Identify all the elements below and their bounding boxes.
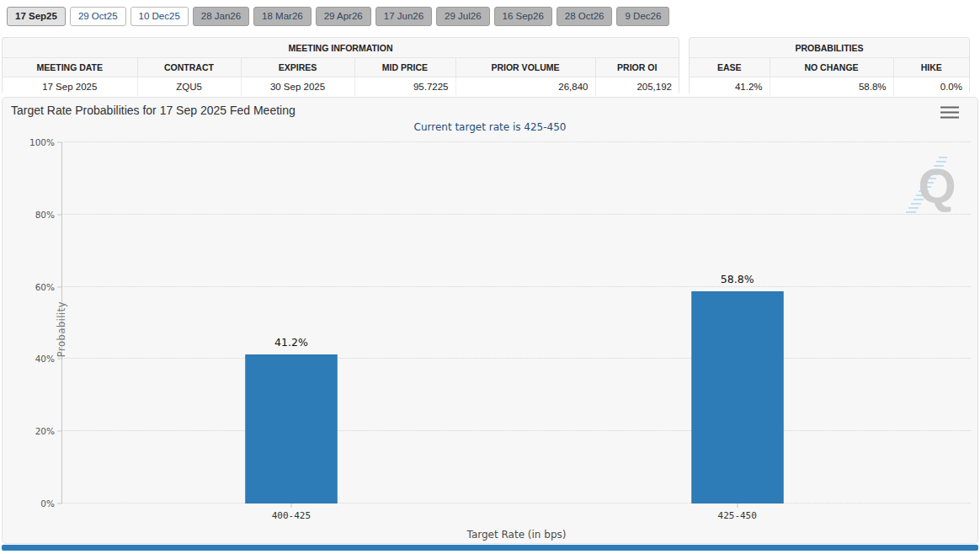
bar-value-label: 41.2% [245, 336, 337, 349]
y-tick-60: 60% [35, 282, 55, 292]
x-tick-400-425: 400-425 [272, 510, 311, 521]
bar-column-400-425: 41.2% [245, 142, 337, 503]
bar-value-label: 58.8% [691, 273, 783, 285]
col-contract: CONTRACT [137, 58, 241, 77]
tab-meeting-date-6[interactable]: 17 Jun26 [375, 7, 432, 26]
col-meeting-date: MEETING DATE [3, 58, 137, 77]
bar-425-450[interactable] [691, 291, 783, 503]
meeting-information-data-row: 17 Sep 2025 ZQU5 30 Sep 2025 95.7225 26,… [3, 77, 679, 97]
bar-column-425-450: 58.8% [691, 142, 783, 503]
ease-value: 41.2% [690, 77, 770, 97]
hamburger-menu-icon[interactable] [940, 105, 959, 120]
probabilities-panel: PROBABILITIES EASE NO CHANGE HIKE 41.2% … [689, 37, 970, 94]
col-ease: EASE [690, 58, 770, 77]
tab-meeting-date-10[interactable]: 9 Dec26 [616, 7, 669, 26]
col-prior-volume: PRIOR VOLUME [455, 58, 595, 77]
meeting-date-tabs: 17 Sep25 29 Oct25 10 Dec25 28 Jan26 18 M… [7, 7, 669, 26]
col-prior-oi: PRIOR OI [595, 58, 679, 77]
contract-value: ZQU5 [137, 77, 241, 97]
y-tickmark [57, 503, 61, 504]
col-hike: HIKE [893, 58, 969, 77]
y-tick-0: 0% [40, 498, 55, 509]
gridline-80 [62, 214, 971, 215]
x-axis-label: Target Rate (in bps) [62, 529, 971, 541]
y-tickmark [57, 286, 61, 287]
y-tick-100: 100% [29, 137, 55, 147]
meeting-information-title: MEETING INFORMATION [3, 38, 679, 58]
plot-area: Probability 0% 20% 40% 60% 80% 100% [61, 142, 971, 503]
x-tickmark [290, 503, 291, 508]
gridline-40 [62, 358, 971, 359]
no-change-value: 58.8% [770, 77, 893, 97]
svg-text:Q: Q [918, 158, 956, 213]
x-tick-425-450: 425-450 [718, 510, 757, 521]
meeting-date-value: 17 Sep 2025 [3, 77, 137, 97]
gridline-100 [62, 141, 971, 142]
tab-meeting-date-7[interactable]: 29 Jul26 [436, 7, 489, 26]
chart-subtitle: Current target rate is 425-450 [3, 121, 977, 133]
tab-meeting-date-5[interactable]: 29 Apr26 [316, 7, 371, 26]
y-tickmark [57, 359, 61, 360]
fedwatch-page: 17 Sep25 29 Oct25 10 Dec25 28 Jan26 18 M… [0, 0, 980, 554]
bar-400-425[interactable] [245, 354, 337, 503]
y-tickmark [57, 142, 61, 143]
tab-meeting-date-0[interactable]: 17 Sep25 [7, 7, 66, 26]
probabilities-data-row: 41.2% 58.8% 0.0% [690, 77, 969, 97]
x-tickmark [737, 503, 738, 508]
tab-meeting-date-3[interactable]: 28 Jan26 [193, 7, 249, 26]
y-tick-20: 20% [35, 426, 55, 436]
meeting-information-header-row: MEETING DATE CONTRACT EXPIRES MID PRICE … [3, 58, 679, 77]
y-axis-label: Probability [56, 283, 67, 376]
col-no-change: NO CHANGE [770, 58, 893, 77]
gridline-0 [62, 503, 971, 503]
prior-oi-value: 205,192 [595, 77, 679, 97]
footer-accent-bar [2, 545, 978, 551]
col-expires: EXPIRES [241, 58, 354, 77]
gridline-20 [62, 430, 971, 431]
gridline-60 [62, 286, 971, 287]
target-rate-chart-panel: Target Rate Probabilities for 17 Sep 202… [2, 97, 978, 544]
prior-volume-value: 26,840 [455, 77, 595, 97]
col-mid-price: MID PRICE [354, 58, 455, 77]
quikstrike-watermark-logo: Q [900, 151, 959, 223]
tab-meeting-date-8[interactable]: 16 Sep26 [494, 7, 552, 26]
y-tick-80: 80% [35, 210, 55, 220]
chart-title: Target Rate Probabilities for 17 Sep 202… [11, 104, 296, 117]
tab-meeting-date-1[interactable]: 29 Oct25 [70, 7, 126, 26]
expires-value: 30 Sep 2025 [241, 77, 354, 97]
probabilities-title: PROBABILITIES [690, 38, 969, 58]
y-tickmark [57, 214, 61, 215]
hike-value: 0.0% [893, 77, 969, 97]
probabilities-header-row: EASE NO CHANGE HIKE [690, 58, 969, 77]
mid-price-value: 95.7225 [354, 77, 455, 97]
y-tick-40: 40% [35, 354, 55, 364]
meeting-information-panel: MEETING INFORMATION MEETING DATE CONTRAC… [2, 37, 679, 94]
tab-meeting-date-9[interactable]: 28 Oct26 [557, 7, 613, 26]
y-tickmark [57, 431, 61, 432]
tab-meeting-date-4[interactable]: 18 Mar26 [253, 7, 312, 26]
tab-meeting-date-2[interactable]: 10 Dec25 [130, 7, 189, 26]
